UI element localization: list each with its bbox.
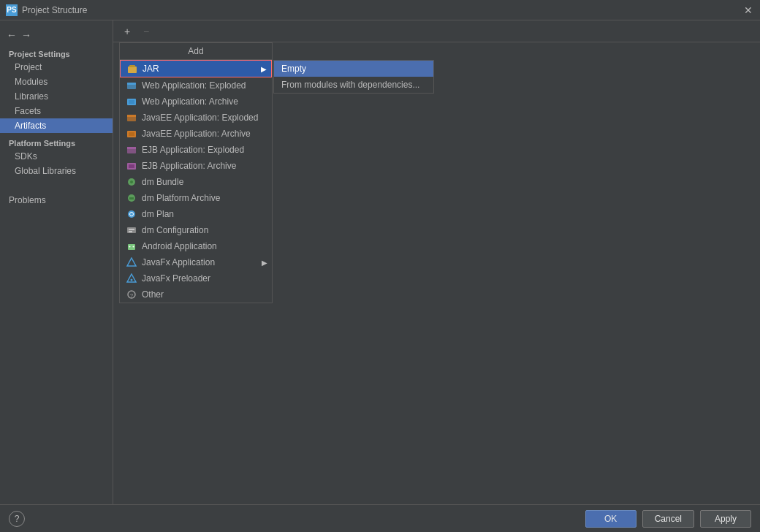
menu-item-javaee-exploded[interactable]: JavaEE Application: Exploded bbox=[120, 110, 272, 126]
svg-rect-11 bbox=[127, 147, 136, 149]
sidebar-toolbar: ← → bbox=[0, 26, 113, 44]
app-icon: PS bbox=[6, 4, 18, 16]
javafx-application-icon bbox=[126, 256, 137, 268]
cancel-button[interactable]: Cancel bbox=[642, 510, 694, 528]
dm-bundle-icon bbox=[126, 176, 137, 188]
menu-item-android-application[interactable]: Android Application bbox=[120, 238, 272, 254]
svg-rect-13 bbox=[129, 164, 134, 168]
back-button[interactable]: ← bbox=[6, 29, 18, 41]
jar-submenu: Empty From modules with dependencies... bbox=[273, 60, 434, 94]
ok-button[interactable]: OK bbox=[585, 510, 636, 528]
svg-point-18 bbox=[128, 210, 135, 218]
apply-button[interactable]: Apply bbox=[700, 510, 751, 528]
menu-item-ejb-exploded[interactable]: EJB Application: Exploded bbox=[120, 142, 272, 158]
svg-point-24 bbox=[129, 246, 131, 248]
sidebar: ← → Project Settings Project Modules Lib… bbox=[0, 20, 113, 504]
sidebar-item-sdks[interactable]: SDKs bbox=[0, 149, 113, 164]
menu-item-jar-label: JAR bbox=[142, 64, 159, 74]
window-title: Project Structure bbox=[22, 5, 87, 15]
web-app-exploded-icon bbox=[126, 80, 137, 91]
footer: ? OK Cancel Apply bbox=[0, 504, 760, 532]
svg-rect-3 bbox=[127, 83, 136, 85]
svg-rect-7 bbox=[127, 115, 136, 117]
submenu-empty[interactable]: Empty bbox=[274, 61, 433, 77]
android-application-icon bbox=[126, 240, 137, 252]
svg-marker-26 bbox=[127, 258, 136, 266]
title-bar: PS Project Structure ✕ bbox=[0, 0, 760, 20]
platform-settings-label: Platform Settings bbox=[0, 133, 113, 149]
web-app-archive-icon bbox=[126, 96, 137, 107]
add-menu: Add JAR ▶ Empty From modules with de bbox=[119, 42, 273, 303]
jar-icon bbox=[126, 63, 138, 75]
menu-item-dm-platform-archive[interactable]: dm Platform Archive bbox=[120, 190, 272, 206]
content-area: + − Add JAR ▶ Em bbox=[113, 20, 760, 504]
add-dropdown: Add JAR ▶ Empty From modules with de bbox=[119, 42, 273, 303]
menu-item-web-app-exploded[interactable]: Web Application: Exploded bbox=[120, 77, 272, 94]
sidebar-item-libraries[interactable]: Libraries bbox=[0, 89, 113, 104]
dm-platform-archive-icon bbox=[126, 192, 137, 204]
svg-rect-9 bbox=[129, 132, 134, 136]
ejb-archive-icon bbox=[126, 160, 137, 172]
javaee-exploded-icon bbox=[126, 112, 137, 123]
svg-text:?: ? bbox=[130, 292, 134, 299]
ejb-exploded-icon bbox=[126, 144, 137, 156]
svg-point-25 bbox=[133, 246, 134, 248]
forward-button[interactable]: → bbox=[20, 29, 32, 41]
javafx-preloader-icon bbox=[126, 273, 137, 284]
content-toolbar: + − bbox=[113, 20, 760, 42]
dm-configuration-icon bbox=[126, 224, 137, 236]
close-button[interactable]: ✕ bbox=[742, 4, 754, 16]
javafx-submenu-arrow: ▶ bbox=[262, 259, 267, 267]
help-button[interactable]: ? bbox=[9, 511, 25, 527]
title-bar-left: PS Project Structure bbox=[6, 4, 87, 16]
menu-item-dm-plan[interactable]: dm Plan bbox=[120, 206, 272, 222]
svg-rect-23 bbox=[128, 244, 135, 250]
add-menu-header: Add bbox=[120, 43, 272, 60]
menu-item-web-app-archive[interactable]: Web Application: Archive bbox=[120, 94, 272, 110]
menu-item-javafx-application[interactable]: JavaFx Application ▶ bbox=[120, 254, 272, 270]
dm-plan-icon bbox=[126, 208, 137, 220]
menu-item-dm-bundle[interactable]: dm Bundle bbox=[120, 174, 272, 190]
menu-item-jar[interactable]: JAR ▶ Empty From modules with dependenci… bbox=[120, 60, 272, 77]
svg-rect-1 bbox=[129, 65, 135, 67]
svg-rect-17 bbox=[129, 197, 134, 200]
sidebar-item-artifacts[interactable]: Artifacts bbox=[0, 118, 113, 133]
submenu-arrow: ▶ bbox=[261, 65, 267, 73]
remove-button[interactable]: − bbox=[138, 23, 154, 39]
javaee-archive-icon bbox=[126, 128, 137, 140]
svg-point-15 bbox=[130, 180, 133, 183]
sidebar-item-facets[interactable]: Facets bbox=[0, 104, 113, 118]
submenu-from-modules[interactable]: From modules with dependencies... bbox=[274, 77, 433, 93]
sidebar-item-global-libraries[interactable]: Global Libraries bbox=[0, 164, 113, 178]
menu-item-javafx-preloader[interactable]: JavaFx Preloader bbox=[120, 270, 272, 286]
svg-rect-0 bbox=[128, 66, 137, 73]
menu-item-ejb-archive[interactable]: EJB Application: Archive bbox=[120, 158, 272, 174]
main-layout: ← → Project Settings Project Modules Lib… bbox=[0, 20, 760, 504]
svg-point-28 bbox=[131, 279, 133, 281]
project-settings-label: Project Settings bbox=[0, 47, 113, 60]
other-icon: ? bbox=[126, 289, 137, 300]
menu-item-javaee-archive[interactable]: JavaEE Application: Archive bbox=[120, 126, 272, 142]
menu-item-other[interactable]: ? Other bbox=[120, 286, 272, 303]
svg-rect-5 bbox=[129, 100, 134, 104]
sidebar-item-project[interactable]: Project bbox=[0, 60, 113, 75]
svg-rect-20 bbox=[127, 227, 136, 233]
sidebar-item-modules[interactable]: Modules bbox=[0, 75, 113, 89]
sidebar-item-problems[interactable]: Problems bbox=[0, 193, 113, 208]
add-button[interactable]: + bbox=[119, 23, 135, 39]
menu-item-dm-configuration[interactable]: dm Configuration bbox=[120, 222, 272, 238]
